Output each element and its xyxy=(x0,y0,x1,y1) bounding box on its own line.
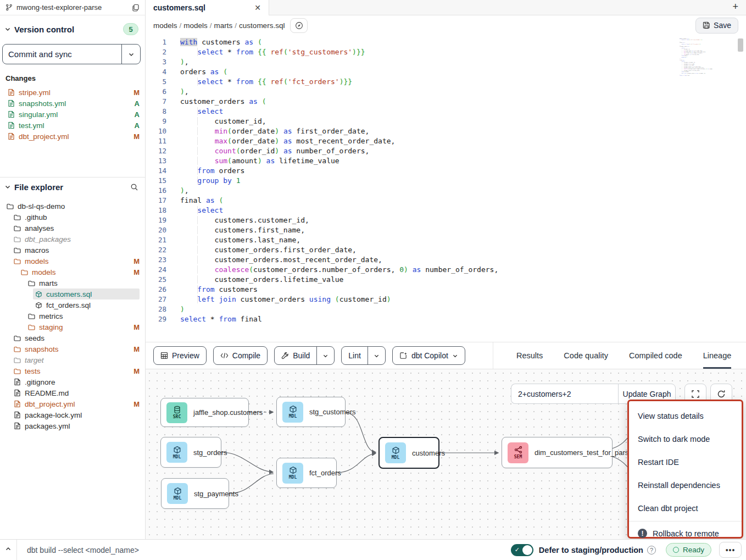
src-chip-icon: SRC xyxy=(166,402,187,423)
tree-item-inner: package-lock.yml xyxy=(12,409,140,420)
editor-scrollbar[interactable] xyxy=(738,38,743,52)
tree-item-inner: models xyxy=(19,267,133,278)
change-row[interactable]: test.yml A xyxy=(0,120,145,131)
breadcrumb-row: models/models/marts/customers.sql Save xyxy=(146,15,746,35)
tree-item-fct-orders-sql[interactable]: fct_orders.sql xyxy=(0,300,145,311)
lineage-node-stg-customers[interactable]: MDL stg_customers xyxy=(276,397,346,427)
tree-item-target[interactable]: target xyxy=(0,354,145,365)
tree-item-packages-yml[interactable]: packages.yml xyxy=(0,420,145,431)
tree-item-marts[interactable]: marts xyxy=(0,278,145,289)
compile-button[interactable]: Compile xyxy=(213,346,268,365)
new-tab-button[interactable]: + xyxy=(732,1,738,13)
breadcrumb-item[interactable]: marts xyxy=(214,21,233,30)
chevron-down-icon xyxy=(4,26,11,32)
tree-item-dbt-project-yml[interactable]: dbt_project.yml M xyxy=(0,398,145,409)
lineage-node-stg-payments[interactable]: MDL stg_payments xyxy=(161,478,229,509)
lineage-node-fct-orders[interactable]: MDL fct_orders xyxy=(276,458,337,488)
tree-item--gitignore[interactable]: .gitignore xyxy=(0,376,145,387)
copy-icon[interactable] xyxy=(132,4,140,12)
build-options-caret[interactable] xyxy=(316,347,334,364)
tree-item--github[interactable]: .github xyxy=(0,212,145,223)
menu-item-reinstall-dependencies[interactable]: Reinstall dependencies xyxy=(629,474,742,497)
tab-results[interactable]: Results xyxy=(516,342,543,369)
file-explorer-header[interactable]: File explorer xyxy=(0,179,145,195)
tree-item-db-sl-qs-demo[interactable]: db-sl-qs-demo xyxy=(0,201,145,212)
folder-icon xyxy=(14,346,21,352)
code-area: 1with customers as (2 select * from {{ r… xyxy=(146,35,746,324)
menu-item-rollback-to-remote[interactable]: ! Rollback to remote xyxy=(629,521,742,539)
lint-label: Lint xyxy=(348,351,361,360)
search-icon[interactable] xyxy=(130,183,138,191)
change-row[interactable]: singular.yml A xyxy=(0,109,145,120)
commit-and-sync-button[interactable]: Commit and sync xyxy=(2,44,141,64)
tree-item-staging[interactable]: staging M xyxy=(0,321,145,332)
tree-item-inner: db-sl-qs-demo xyxy=(4,201,140,212)
version-control-title: Version control xyxy=(14,25,123,34)
commit-options-caret[interactable] xyxy=(121,45,140,64)
chevron-up-icon[interactable] xyxy=(0,546,16,554)
code-editor[interactable]: 1with customers as (2 select * from {{ r… xyxy=(146,35,746,342)
code-line: 24 coalesce(customer_orders.number_of_or… xyxy=(146,265,746,275)
file-icon xyxy=(14,400,21,408)
tree-item-seeds[interactable]: seeds xyxy=(0,332,145,343)
tab-lineage[interactable]: Lineage xyxy=(703,342,732,369)
tree-item-macros[interactable]: macros xyxy=(0,245,145,256)
lineage-node-jaffle-shop-customers[interactable]: SRC jaffle_shop.customers xyxy=(160,398,249,427)
menu-item-view-status-details[interactable]: View status details xyxy=(629,404,742,428)
tree-item-readme-md[interactable]: README.md xyxy=(0,387,145,398)
breadcrumb-item[interactable]: models xyxy=(153,21,177,30)
defer-toggle[interactable]: ✓ xyxy=(511,544,533,556)
status-badge[interactable]: Ready xyxy=(666,543,711,557)
tree-item-analyses[interactable]: analyses xyxy=(0,223,145,234)
breadcrumb-item[interactable]: customers.sql xyxy=(239,21,285,30)
file-icon xyxy=(14,389,21,397)
preview-button[interactable]: Preview xyxy=(153,346,207,365)
tree-item-models[interactable]: models M xyxy=(0,267,145,278)
build-button[interactable]: Build xyxy=(275,347,316,364)
change-row[interactable]: dbt_project.yml M xyxy=(0,131,145,142)
version-control-header[interactable]: Version control 5 xyxy=(0,22,145,36)
menu-item-clean-dbt-project[interactable]: Clean dbt project xyxy=(629,497,742,520)
line-number: 7 xyxy=(146,97,166,107)
tree-item-metrics[interactable]: metrics xyxy=(0,311,145,321)
model-cube-icon xyxy=(35,302,42,309)
change-row[interactable]: snapshots.yml A xyxy=(0,98,145,109)
menu-item-restart-ide[interactable]: Restart IDE xyxy=(629,451,742,474)
close-icon[interactable]: ✕ xyxy=(254,3,261,12)
line-number: 3 xyxy=(146,57,166,67)
more-options-button[interactable]: ••• xyxy=(719,542,742,558)
lineage-node-dim-customers-test-for-parse[interactable]: SEM dim_customers_test_for_parse xyxy=(502,437,613,468)
line-number: 23 xyxy=(146,255,166,265)
change-row[interactable]: stripe.yml M xyxy=(0,87,145,98)
compass-icon[interactable] xyxy=(290,18,308,33)
commit-and-sync-label[interactable]: Commit and sync xyxy=(3,45,121,64)
tree-item-tests[interactable]: tests M xyxy=(0,365,145,376)
node-label: customers xyxy=(412,449,445,457)
lint-options-caret[interactable] xyxy=(368,347,385,364)
lineage-node-stg-orders[interactable]: MDL stg_orders xyxy=(160,437,221,468)
file-icon xyxy=(14,411,21,419)
line-number: 19 xyxy=(146,215,166,225)
dbt-copilot-button[interactable]: dbt Copilot xyxy=(392,346,465,365)
node-label: stg_payments xyxy=(194,490,238,498)
tab-code-quality[interactable]: Code quality xyxy=(564,342,608,369)
save-button[interactable]: Save xyxy=(695,18,738,34)
tree-item-dbt-packages[interactable]: dbt_packages xyxy=(0,234,145,245)
tree-item-inner: customers.sql xyxy=(33,289,140,300)
lineage-selector-input[interactable] xyxy=(511,384,618,404)
tab-compiled-code[interactable]: Compiled code xyxy=(629,342,682,369)
menu-item-switch-to-dark-mode[interactable]: Switch to dark mode xyxy=(629,428,742,451)
file-explorer-title: File explorer xyxy=(14,182,130,192)
lint-button[interactable]: Lint xyxy=(342,347,368,364)
tree-item-snapshots[interactable]: snapshots M xyxy=(0,343,145,354)
tree-item-models[interactable]: models M xyxy=(0,256,145,267)
breadcrumb-item[interactable]: models xyxy=(183,21,208,30)
tab-title: customers.sql xyxy=(153,3,254,12)
tab-customers-sql[interactable]: customers.sql ✕ xyxy=(146,0,269,15)
command-input[interactable]: dbt build --select <model_name> xyxy=(27,546,511,555)
help-icon[interactable]: ? xyxy=(647,546,656,555)
tree-item-package-lock-yml[interactable]: package-lock.yml xyxy=(0,409,145,420)
lineage-node-customers[interactable]: MDL customers xyxy=(378,437,439,469)
tree-item-customers-sql[interactable]: customers.sql xyxy=(0,289,145,300)
line-number: 1 xyxy=(146,37,166,47)
